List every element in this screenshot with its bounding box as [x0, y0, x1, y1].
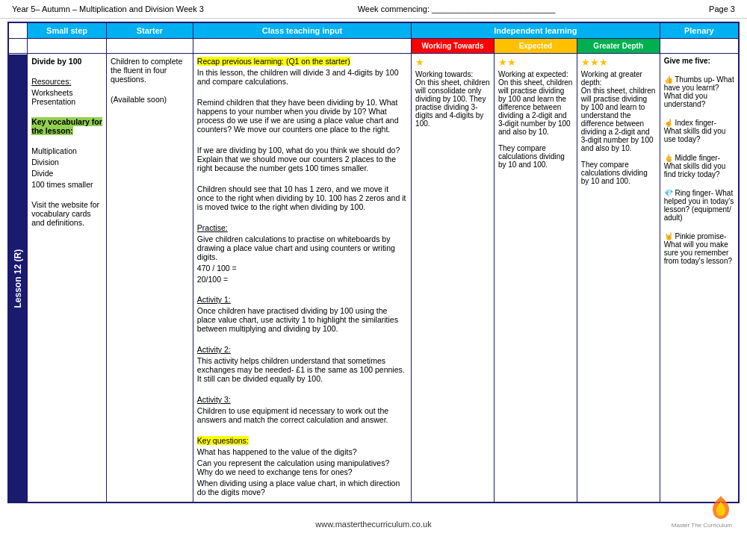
key-vocab-label: Key vocabulary for the lesson: — [31, 117, 102, 135]
col-small-step: Small step — [28, 22, 107, 39]
small-step-cell: Divide by 100 Resources: WorksheetsPrese… — [28, 54, 107, 503]
main-table-wrapper: Small step Starter Class teaching input … — [0, 19, 747, 506]
col-independent: Independent learning — [412, 22, 660, 39]
exp-text: Working at expected:On this sheet, child… — [498, 70, 573, 169]
lesson-label: Lesson 12 (R) — [8, 54, 28, 503]
working-towards-cell: ★ Working towards:On this sheet, childre… — [412, 54, 495, 503]
week-commencing: Week commencing: _______________________… — [358, 4, 556, 13]
activity3-label: Activity 3: — [197, 395, 407, 404]
footer-website: www.masterthecurriculum.co.uk — [315, 520, 431, 529]
teaching-para1: Remind children that they have been divi… — [197, 98, 407, 134]
resources-label: Resources: — [31, 77, 102, 86]
page-wrapper: Year 5– Autumn – Multiplication and Divi… — [0, 0, 747, 536]
footer-logo-text: Master The Curriculum — [672, 522, 732, 529]
col-starter: Starter — [106, 22, 193, 39]
gd-stars: ★★★ — [581, 57, 656, 68]
visit-text: Visit the website for vocabulary cards a… — [31, 200, 102, 227]
activity1-label: Activity 1: — [197, 295, 407, 304]
gd-text: Working at greater depth:On this sheet, … — [581, 70, 656, 185]
plenary-pinkie: 🤘 Pinkie promise- What will you make sur… — [664, 232, 734, 265]
wt-text: Working towards:On this sheet, children … — [415, 70, 490, 128]
page-header: Year 5– Autumn – Multiplication and Divi… — [0, 0, 747, 19]
teaching-para3: Children should see that 10 has 1 zero, … — [197, 184, 407, 211]
kq2: Can you represent the calculation using … — [197, 458, 407, 476]
activity3-text: Children to use equipment id necessary t… — [197, 406, 407, 424]
starter-cell: Children to complete the fluent in four … — [106, 54, 193, 503]
footer-logo: Master The Curriculum — [672, 494, 732, 529]
plenary-thumbs: 👍 Thumbs up- What have you learnt? What … — [664, 75, 734, 108]
vocab-divide: Divide — [31, 169, 102, 178]
expected-cell: ★★ Working at expected:On this sheet, ch… — [494, 54, 577, 503]
col-working-towards: Working Towards — [412, 39, 495, 54]
teaching-intro: In this lesson, the children will divide… — [197, 68, 407, 86]
practise-label: Practise: — [197, 223, 407, 232]
activity1-text: Once children have practised dividing by… — [197, 306, 407, 333]
teaching-para2: If we are dividing by 100, what do you t… — [197, 146, 407, 172]
col-expected: Expected — [494, 39, 577, 54]
exp-stars: ★★ — [498, 57, 573, 68]
resources-text: WorksheetsPresentation — [31, 88, 102, 106]
page-footer: www.masterthecurriculum.co.uk — [0, 512, 747, 536]
calc1: 470 / 100 = — [197, 264, 407, 273]
logo-icon — [710, 494, 732, 520]
col-plenary: Plenary — [660, 22, 739, 39]
plenary-title: Give me five: — [664, 57, 734, 65]
starter-text1: Children to complete the fluent in four … — [111, 57, 189, 84]
vocab-100: 100 times smaller — [31, 180, 102, 189]
main-table: Small step Starter Class teaching input … — [7, 22, 740, 503]
activity2-text: This activity helps children understand … — [197, 356, 407, 383]
activity2-label: Activity 2: — [197, 345, 407, 354]
wt-stars: ★ — [415, 57, 490, 68]
col-greater-depth: Greater Depth — [577, 39, 660, 54]
col-teaching: Class teaching input — [193, 22, 411, 39]
starter-text2: (Available soon) — [111, 95, 189, 104]
calc2: 20/100 = — [197, 275, 407, 284]
kq1: What has happened to the value of the di… — [197, 447, 407, 456]
small-step-title: Divide by 100 — [31, 57, 102, 66]
practise-text: Give children calculations to practise o… — [197, 234, 407, 261]
key-questions-label: Key questions: — [197, 436, 407, 445]
recap-label: Recap previous learning: (Q1 on the star… — [197, 57, 407, 66]
greater-depth-cell: ★★★ Working at greater depth:On this she… — [577, 54, 660, 503]
kq3: When dividing using a place value chart,… — [197, 479, 407, 497]
vocab-multiplication: Multiplication — [31, 146, 102, 155]
plenary-middle: 🖕 Middle finger- What skills did you fin… — [664, 154, 734, 178]
plenary-ring: 💎 Ring finger- What helped you in today'… — [664, 189, 734, 222]
header-title: Year 5– Autumn – Multiplication and Divi… — [12, 4, 204, 13]
vocab-division: Division — [31, 158, 102, 167]
teaching-cell: Recap previous learning: (Q1 on the star… — [193, 54, 411, 503]
plenary-cell: Give me five: 👍 Thumbs up- What have you… — [660, 54, 739, 503]
page-number: Page 3 — [709, 4, 735, 13]
plenary-index: ☝ Index finger- What skills did you use … — [664, 119, 734, 143]
